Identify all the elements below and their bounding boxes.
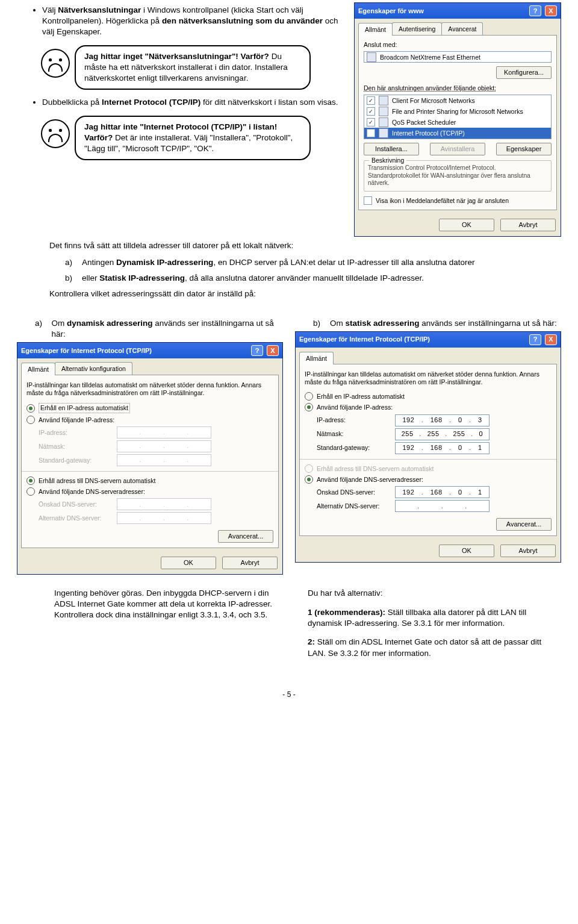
radio-auto-ip[interactable]	[26, 404, 35, 413]
label-b: b)	[65, 273, 76, 284]
adapter-name: Broadcom NetXtreme Fast Ethernet	[380, 53, 480, 61]
connection-properties-window: Egenskaper för www ? X Allmänt Autentise…	[354, 2, 561, 237]
window-title: Egenskaper för www	[358, 7, 424, 16]
cancel-button[interactable]: Avbryt	[500, 219, 556, 231]
sad-face-icon	[41, 49, 70, 78]
ip-field: ...	[117, 426, 211, 439]
label-a: a)	[65, 257, 76, 268]
component-icon	[379, 107, 388, 116]
notify-label: Visa ikon i Meddelandefältet när jag är …	[376, 196, 509, 205]
gateway-field[interactable]: 192.168.0.1	[395, 442, 489, 454]
radio-manual-dns[interactable]	[305, 475, 313, 484]
dns1-field[interactable]: 192.168.0.1	[395, 486, 489, 498]
component-icon	[379, 96, 388, 105]
component-icon	[379, 128, 388, 138]
tcpip-properties-static: Egenskaper för Internet Protocol (TCP/IP…	[295, 331, 561, 563]
callout-2-body: Det är inte installerat. Välj "Installer…	[84, 133, 293, 153]
two-ways-intro: Det finns två sätt att tilldela adresser…	[17, 240, 561, 251]
radio-auto-ip[interactable]	[305, 392, 313, 401]
bullet-2: Dubbelklicka på Internet Protocol (TCP/I…	[42, 97, 343, 108]
option-b: eller Statisk IP-adressering, då alla an…	[82, 273, 424, 284]
list-item[interactable]: Client For Microsoft Networks	[392, 96, 475, 105]
list-item-selected[interactable]: Internet Protocol (TCP/IP)	[392, 129, 465, 137]
tab-advanced[interactable]: Avancerat	[441, 22, 483, 35]
description-text: Transmission Control Protocol/Internet P…	[368, 164, 547, 187]
mask-field[interactable]: 255.255.255.0	[395, 428, 489, 440]
bottom-right-opt1: 1 (rekommenderas): Ställ tillbaka alla d…	[308, 607, 543, 629]
sad-face-icon	[41, 119, 70, 148]
radio-manual-ip[interactable]	[26, 416, 35, 424]
component-icon	[379, 117, 388, 127]
close-button[interactable]: X	[545, 334, 557, 345]
bullet-1: Välj Nätverksanslutningar i Windows kont…	[42, 5, 343, 38]
option-a: Antingen Dynamisk IP-adressering, en DHC…	[82, 257, 475, 268]
ok-button[interactable]: OK	[161, 557, 216, 569]
callout-2: Jag hittar inte "Internet Protocol (TCP/…	[41, 116, 343, 161]
cancel-button[interactable]: Avbryt	[222, 557, 278, 569]
tab-general[interactable]: Allmänt	[299, 352, 334, 364]
ok-button[interactable]: OK	[439, 545, 494, 557]
properties-button[interactable]: Egenskaper	[496, 143, 552, 155]
tcp-intro: IP-inställningar kan tilldelas automatis…	[26, 381, 273, 397]
radio-manual-dns[interactable]	[26, 487, 35, 496]
connect-with-label: Anslut med:	[364, 40, 552, 49]
dns2-field: ...	[117, 512, 211, 524]
ip-field[interactable]: 192.168.0.3	[395, 414, 489, 426]
description-title: Beskrivning	[369, 156, 406, 164]
list-item[interactable]: File and Printer Sharing for Microsoft N…	[392, 107, 523, 116]
tab-auth[interactable]: Autentisering	[392, 22, 442, 35]
help-button[interactable]: ?	[251, 345, 263, 356]
mask-field: ...	[117, 440, 211, 452]
close-button[interactable]: X	[267, 345, 279, 356]
notify-checkbox[interactable]	[364, 196, 372, 205]
bottom-left-text: Ingenting behöver göras. Den inbyggda DH…	[54, 588, 290, 667]
callout-1: Jag hittar inget "Nätverksanslutningar"!…	[41, 45, 343, 90]
window-title: Egenskaper för Internet Protocol (TCP/IP…	[21, 346, 152, 355]
help-button[interactable]: ?	[529, 334, 541, 345]
bottom-right-intro: Du har två alternativ:	[308, 588, 543, 599]
configure-button[interactable]: Konfigurera...	[496, 66, 552, 79]
label-a: a)	[17, 318, 45, 340]
checkbox-icon[interactable]: ✓	[367, 118, 375, 126]
checkbox-icon[interactable]: ✓	[367, 107, 375, 116]
uses-label: Den här anslutningen använder följande o…	[364, 84, 552, 92]
list-item[interactable]: QoS Packet Scheduler	[392, 118, 456, 126]
tab-general[interactable]: Allmänt	[21, 363, 55, 375]
radio-auto-dns[interactable]	[26, 476, 35, 485]
components-listbox[interactable]: ✓Client For Microsoft Networks ✓File and…	[364, 95, 552, 139]
ok-button[interactable]: OK	[439, 219, 494, 231]
dns1-field: ...	[117, 498, 211, 510]
tcpip-properties-dynamic: Egenskaper för Internet Protocol (TCP/IP…	[17, 342, 283, 575]
dns2-field[interactable]: ...	[395, 500, 489, 512]
radio-auto-dns	[305, 464, 313, 473]
static-intro: Om statisk adressering används ser instä…	[330, 318, 557, 329]
dynamic-intro: Om dynamisk adressering används ser inst…	[51, 318, 283, 340]
callout-1-title: Jag hittar inget "Nätverksanslutningar"!…	[84, 52, 269, 61]
tab-altconfig[interactable]: Alternativ konfiguration	[55, 362, 132, 375]
tab-general[interactable]: Allmänt	[358, 23, 393, 36]
install-button[interactable]: Installera...	[364, 143, 419, 155]
help-button[interactable]: ?	[529, 5, 541, 16]
bottom-right-opt2: 2: Ställ om din ADSL Internet Gate och d…	[308, 637, 543, 658]
advanced-button[interactable]: Avancerat...	[218, 530, 273, 543]
nic-icon	[367, 52, 376, 62]
gateway-field: ...	[117, 454, 211, 466]
check-mode-text: Kontrollera vilket adresseringssätt din …	[17, 289, 561, 299]
advanced-button[interactable]: Avancerat...	[496, 518, 552, 531]
cancel-button[interactable]: Avbryt	[500, 545, 556, 557]
checkbox-icon[interactable]: ✓	[367, 129, 375, 137]
radio-manual-ip[interactable]	[305, 403, 313, 411]
close-button[interactable]: X	[545, 5, 557, 16]
uninstall-button: Avinstallera	[430, 143, 485, 155]
tcp-intro: IP-inställningar kan tilldelas automatis…	[305, 370, 552, 386]
window-title: Egenskaper för Internet Protocol (TCP/IP…	[299, 335, 430, 344]
page-number: - 5 -	[0, 690, 578, 699]
checkbox-icon[interactable]: ✓	[367, 96, 375, 105]
label-b: b)	[295, 318, 324, 329]
